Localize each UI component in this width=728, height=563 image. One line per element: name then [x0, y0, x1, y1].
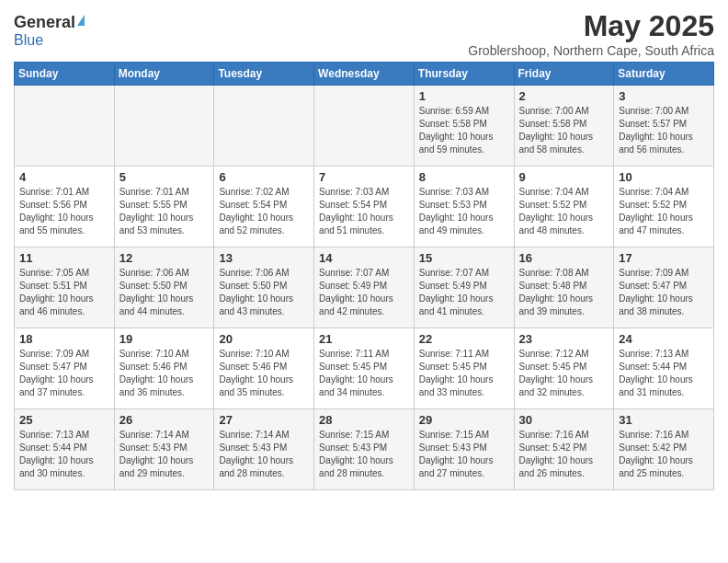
day-number: 14	[319, 251, 409, 265]
calendar-cell: 30Sunrise: 7:16 AM Sunset: 5:42 PM Dayli…	[514, 409, 614, 490]
calendar-cell: 21Sunrise: 7:11 AM Sunset: 5:45 PM Dayli…	[314, 328, 415, 409]
day-number: 5	[119, 170, 210, 184]
weekday-header-sunday: Sunday	[15, 63, 115, 86]
day-info: Sunrise: 7:11 AM Sunset: 5:45 PM Dayligh…	[419, 348, 509, 399]
day-number: 21	[319, 332, 409, 346]
day-number: 25	[19, 413, 109, 427]
day-info: Sunrise: 7:09 AM Sunset: 5:47 PM Dayligh…	[19, 348, 109, 399]
day-info: Sunrise: 7:02 AM Sunset: 5:54 PM Dayligh…	[219, 186, 309, 237]
day-number: 7	[319, 170, 409, 184]
calendar-cell	[15, 86, 115, 167]
day-info: Sunrise: 7:11 AM Sunset: 5:45 PM Dayligh…	[319, 348, 409, 399]
calendar-cell: 14Sunrise: 7:07 AM Sunset: 5:49 PM Dayli…	[314, 247, 415, 328]
calendar-week-1: 1Sunrise: 6:59 AM Sunset: 5:58 PM Daylig…	[15, 86, 714, 167]
day-number: 13	[219, 251, 309, 265]
day-info: Sunrise: 7:03 AM Sunset: 5:54 PM Dayligh…	[319, 186, 409, 237]
day-number: 6	[219, 170, 309, 184]
calendar-cell: 31Sunrise: 7:16 AM Sunset: 5:42 PM Dayli…	[614, 409, 714, 490]
month-title: May 2025	[468, 9, 714, 43]
calendar-cell: 7Sunrise: 7:03 AM Sunset: 5:54 PM Daylig…	[314, 167, 415, 247]
calendar-cell: 11Sunrise: 7:05 AM Sunset: 5:51 PM Dayli…	[15, 247, 115, 328]
day-number: 9	[519, 170, 609, 184]
calendar-cell	[214, 86, 314, 167]
day-info: Sunrise: 7:13 AM Sunset: 5:44 PM Dayligh…	[619, 348, 709, 399]
day-number: 3	[619, 89, 709, 103]
calendar-cell: 26Sunrise: 7:14 AM Sunset: 5:43 PM Dayli…	[114, 409, 214, 490]
day-info: Sunrise: 7:10 AM Sunset: 5:46 PM Dayligh…	[119, 348, 210, 399]
day-info: Sunrise: 7:16 AM Sunset: 5:42 PM Dayligh…	[619, 429, 709, 480]
day-number: 31	[619, 413, 709, 427]
day-number: 12	[119, 251, 210, 265]
weekday-header-tuesday: Tuesday	[214, 63, 314, 86]
day-number: 28	[319, 413, 409, 427]
day-info: Sunrise: 7:12 AM Sunset: 5:45 PM Dayligh…	[519, 348, 609, 399]
calendar-cell: 8Sunrise: 7:03 AM Sunset: 5:53 PM Daylig…	[414, 167, 514, 247]
day-info: Sunrise: 7:06 AM Sunset: 5:50 PM Dayligh…	[119, 267, 210, 318]
day-number: 27	[219, 413, 309, 427]
day-info: Sunrise: 7:10 AM Sunset: 5:46 PM Dayligh…	[219, 348, 309, 399]
day-info: Sunrise: 7:14 AM Sunset: 5:43 PM Dayligh…	[219, 429, 309, 480]
weekday-header-friday: Friday	[514, 63, 614, 86]
day-info: Sunrise: 7:00 AM Sunset: 5:58 PM Dayligh…	[519, 105, 609, 156]
day-number: 17	[619, 251, 709, 265]
calendar-cell: 13Sunrise: 7:06 AM Sunset: 5:50 PM Dayli…	[214, 247, 314, 328]
day-number: 18	[19, 332, 109, 346]
calendar-cell: 23Sunrise: 7:12 AM Sunset: 5:45 PM Dayli…	[514, 328, 614, 409]
calendar-cell: 15Sunrise: 7:07 AM Sunset: 5:49 PM Dayli…	[414, 247, 514, 328]
day-number: 29	[419, 413, 509, 427]
day-number: 11	[19, 251, 109, 265]
weekday-header-saturday: Saturday	[614, 63, 714, 86]
day-info: Sunrise: 7:15 AM Sunset: 5:43 PM Dayligh…	[319, 429, 409, 480]
logo-text: General	[14, 13, 85, 32]
day-info: Sunrise: 7:09 AM Sunset: 5:47 PM Dayligh…	[619, 267, 709, 318]
calendar-cell: 6Sunrise: 7:02 AM Sunset: 5:54 PM Daylig…	[214, 167, 314, 247]
calendar-cell: 22Sunrise: 7:11 AM Sunset: 5:45 PM Dayli…	[414, 328, 514, 409]
calendar-week-3: 11Sunrise: 7:05 AM Sunset: 5:51 PM Dayli…	[15, 247, 714, 328]
calendar-cell: 16Sunrise: 7:08 AM Sunset: 5:48 PM Dayli…	[514, 247, 614, 328]
calendar-cell: 29Sunrise: 7:15 AM Sunset: 5:43 PM Dayli…	[414, 409, 514, 490]
day-info: Sunrise: 7:07 AM Sunset: 5:49 PM Dayligh…	[319, 267, 409, 318]
calendar-cell: 28Sunrise: 7:15 AM Sunset: 5:43 PM Dayli…	[314, 409, 415, 490]
day-info: Sunrise: 7:16 AM Sunset: 5:42 PM Dayligh…	[519, 429, 609, 480]
calendar-week-4: 18Sunrise: 7:09 AM Sunset: 5:47 PM Dayli…	[15, 328, 714, 409]
calendar-week-2: 4Sunrise: 7:01 AM Sunset: 5:56 PM Daylig…	[15, 167, 714, 247]
calendar-cell: 1Sunrise: 6:59 AM Sunset: 5:58 PM Daylig…	[414, 86, 514, 167]
calendar-cell: 2Sunrise: 7:00 AM Sunset: 5:58 PM Daylig…	[514, 86, 614, 167]
weekday-header-row: SundayMondayTuesdayWednesdayThursdayFrid…	[15, 63, 714, 86]
day-info: Sunrise: 7:08 AM Sunset: 5:48 PM Dayligh…	[519, 267, 609, 318]
day-info: Sunrise: 7:13 AM Sunset: 5:44 PM Dayligh…	[19, 429, 109, 480]
day-info: Sunrise: 7:04 AM Sunset: 5:52 PM Dayligh…	[519, 186, 609, 237]
title-block: May 2025 Groblershoop, Northern Cape, So…	[468, 9, 714, 58]
calendar-week-5: 25Sunrise: 7:13 AM Sunset: 5:44 PM Dayli…	[15, 409, 714, 490]
weekday-header-monday: Monday	[114, 63, 214, 86]
day-number: 23	[519, 332, 609, 346]
page-header: General Blue May 2025 Groblershoop, Nort…	[14, 9, 714, 58]
day-info: Sunrise: 7:04 AM Sunset: 5:52 PM Dayligh…	[619, 186, 709, 237]
calendar-cell	[314, 86, 415, 167]
calendar-cell: 3Sunrise: 7:00 AM Sunset: 5:57 PM Daylig…	[614, 86, 714, 167]
calendar-cell: 25Sunrise: 7:13 AM Sunset: 5:44 PM Dayli…	[15, 409, 115, 490]
logo-general: General	[14, 13, 75, 32]
day-info: Sunrise: 7:03 AM Sunset: 5:53 PM Dayligh…	[419, 186, 509, 237]
day-number: 10	[619, 170, 709, 184]
day-number: 22	[419, 332, 509, 346]
calendar-cell: 5Sunrise: 7:01 AM Sunset: 5:55 PM Daylig…	[114, 167, 214, 247]
calendar-cell: 27Sunrise: 7:14 AM Sunset: 5:43 PM Dayli…	[214, 409, 314, 490]
logo-triangle-icon	[77, 15, 85, 26]
day-info: Sunrise: 7:00 AM Sunset: 5:57 PM Dayligh…	[619, 105, 709, 156]
day-number: 2	[519, 89, 609, 103]
day-info: Sunrise: 7:07 AM Sunset: 5:49 PM Dayligh…	[419, 267, 509, 318]
calendar-cell: 4Sunrise: 7:01 AM Sunset: 5:56 PM Daylig…	[15, 167, 115, 247]
day-info: Sunrise: 7:06 AM Sunset: 5:50 PM Dayligh…	[219, 267, 309, 318]
calendar-cell: 20Sunrise: 7:10 AM Sunset: 5:46 PM Dayli…	[214, 328, 314, 409]
day-number: 16	[519, 251, 609, 265]
day-number: 19	[119, 332, 210, 346]
calendar-cell	[114, 86, 214, 167]
calendar-cell: 9Sunrise: 7:04 AM Sunset: 5:52 PM Daylig…	[514, 167, 614, 247]
day-number: 26	[119, 413, 210, 427]
calendar-cell: 19Sunrise: 7:10 AM Sunset: 5:46 PM Dayli…	[114, 328, 214, 409]
calendar-cell: 12Sunrise: 7:06 AM Sunset: 5:50 PM Dayli…	[114, 247, 214, 328]
day-number: 1	[419, 89, 509, 103]
logo: General Blue	[14, 13, 85, 49]
calendar-cell: 10Sunrise: 7:04 AM Sunset: 5:52 PM Dayli…	[614, 167, 714, 247]
